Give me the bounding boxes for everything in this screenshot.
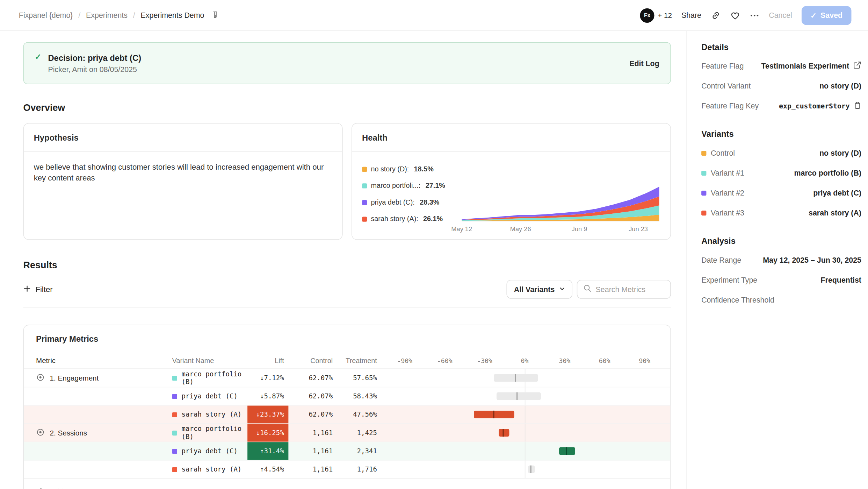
detail-row-feature-flag-key: Feature Flag Key exp_customerStory — [701, 96, 861, 116]
control-cell: 1,161 — [288, 466, 333, 473]
forest-cell — [385, 424, 671, 442]
decision-banner: ✓ Decision: priya debt (C) Picker, Amit … — [23, 42, 671, 84]
variant-name: sarah story (A) — [182, 466, 242, 473]
treatment-cell: 1,425 — [333, 429, 377, 437]
legend-item: sarah story (A): 26.1% — [362, 211, 457, 227]
primary-metrics-title: Primary Metrics — [24, 325, 670, 353]
lift-cell: ↓16.25% — [247, 424, 288, 442]
lift-cell: ↑4.54% — [247, 460, 288, 478]
main-content: ✓ Decision: priya debt (C) Picker, Amit … — [0, 31, 686, 489]
details-heading: Details — [701, 42, 861, 51]
forest-cell — [385, 369, 671, 387]
variant-swatch — [701, 150, 706, 155]
results-heading: Results — [23, 260, 671, 271]
add-filter-button[interactable]: Filter — [23, 284, 53, 294]
check-icon: ✓ — [35, 52, 42, 61]
plus-icon — [37, 487, 45, 489]
search-icon — [583, 284, 592, 295]
control-cell: 62.07% — [288, 392, 333, 400]
decision-subtitle: Picker, Amit on 08/05/2025 — [48, 65, 141, 73]
health-legend: no story (D): 18.5% marco portfoli...: 2… — [362, 158, 457, 236]
variant-cell: marco portfolio (B) — [172, 425, 247, 440]
heart-icon[interactable] — [730, 10, 740, 20]
variant-cell: priya debt (C) — [172, 447, 247, 455]
overview-heading: Overview — [23, 102, 671, 114]
table-row[interactable]: 2. Sessions marco portfolio (B) ↓16.25% … — [24, 424, 670, 442]
cancel-button[interactable]: Cancel — [769, 11, 792, 20]
variant-row: Variant #1 marco portfolio (B) — [701, 163, 861, 183]
chevron-down-icon — [559, 285, 565, 293]
edit-log-button[interactable]: Edit Log — [629, 59, 659, 68]
control-cell: 62.07% — [288, 374, 333, 382]
variant-name: priya debt (C) — [182, 392, 238, 400]
top-bar: Fixpanel {demo} / Experiments / Experime… — [0, 0, 868, 31]
target-icon — [36, 427, 45, 438]
copy-icon[interactable] — [854, 101, 861, 111]
analysis-heading: Analysis — [701, 236, 861, 246]
chart-x-axis: May 12May 26Jun 9Jun 23 — [462, 226, 659, 235]
health-title: Health — [352, 123, 671, 152]
forest-cell — [385, 406, 671, 424]
detail-row-control-variant: Control Variant no story (D) — [701, 76, 861, 96]
variant-swatch — [172, 430, 177, 435]
legend-item: priya debt (C): 28.3% — [362, 194, 457, 211]
external-link-icon[interactable] — [853, 61, 861, 71]
treatment-cell: 2,341 — [333, 447, 377, 455]
breadcrumb-separator: / — [78, 11, 80, 20]
metric-cell: 1. Engagement — [36, 373, 172, 383]
treatment-cell: 1,716 — [333, 466, 377, 473]
variant-cell: sarah story (A) — [172, 411, 247, 418]
variants-dropdown[interactable]: All Variants — [507, 280, 572, 299]
variant-row: Variant #2 priya debt (C) — [701, 183, 861, 203]
breadcrumb-project[interactable]: Fixpanel {demo} — [19, 11, 73, 20]
collaborators[interactable]: Fx + 12 — [640, 8, 672, 22]
share-button[interactable]: Share — [681, 11, 701, 20]
treatment-cell: 58.43% — [333, 392, 377, 400]
variant-name: sarah story (A) — [182, 411, 242, 418]
hypothesis-title: Hypothesis — [24, 123, 342, 152]
lift-cell: ↓23.37% — [247, 406, 288, 424]
analysis-row-confidence-threshold: Confidence Threshold — [701, 290, 861, 310]
legend-swatch — [362, 183, 367, 188]
search-metrics-box[interactable] — [577, 280, 671, 299]
health-chart: May 12May 26Jun 9Jun 23 — [457, 158, 662, 236]
breadcrumb-current[interactable]: Experiments Demo — [141, 11, 204, 20]
variant-row: Control no story (D) — [701, 143, 861, 163]
breadcrumb-experiments[interactable]: Experiments — [86, 11, 128, 20]
metric-label: 1. Engagement — [50, 374, 99, 382]
variant-swatch — [701, 190, 706, 195]
hypothesis-card: Hypothesis we believe that showing custo… — [23, 123, 343, 240]
table-row[interactable]: priya debt (C) ↑31.4% 1,161 2,341 — [24, 442, 670, 460]
analysis-row-date-range: Date Range May 12, 2025 – Jun 30, 2025 — [701, 250, 861, 270]
variant-swatch — [172, 412, 177, 417]
variant-name: priya debt (C) — [182, 447, 238, 455]
search-metrics-input[interactable] — [596, 285, 665, 293]
control-cell: 62.07% — [288, 411, 333, 418]
saved-button[interactable]: ✓ Saved — [802, 6, 852, 25]
experiments-page: Fixpanel {demo} / Experiments / Experime… — [0, 0, 868, 489]
variant-row: Variant #3 sarah story (A) — [701, 203, 861, 223]
plus-icon — [23, 284, 31, 294]
feature-flag-key: exp_customerStory — [779, 102, 850, 110]
table-row[interactable]: sarah story (A) ↑4.54% 1,161 1,716 — [24, 460, 670, 479]
table-row[interactable]: 1. Engagement marco portfolio (B) ↓7.12%… — [24, 369, 670, 387]
table-row[interactable]: sarah story (A) ↓23.37% 62.07% 47.56% — [24, 406, 670, 424]
variant-cell: priya debt (C) — [172, 392, 247, 400]
topbar-actions: Fx + 12 Share Cancel — [640, 6, 852, 25]
more-icon[interactable] — [750, 10, 760, 20]
link-icon[interactable] — [711, 10, 721, 20]
forest-cell — [385, 460, 671, 478]
avatar[interactable]: Fx — [640, 8, 654, 22]
variant-swatch — [701, 170, 706, 175]
divider — [23, 307, 671, 308]
table-row[interactable]: priya debt (C) ↓5.87% 62.07% 58.43% — [24, 387, 670, 405]
legend-item: no story (D): 18.5% — [362, 161, 457, 177]
feature-flag-link[interactable]: Testimonials Experiment — [761, 62, 849, 70]
variant-cell: sarah story (A) — [172, 466, 247, 473]
variant-cell: marco portfolio (B) — [172, 370, 247, 385]
test-tube-icon — [211, 11, 219, 20]
details-sidebar: Details Feature Flag Testimonials Experi… — [686, 31, 868, 489]
breadcrumb-separator: / — [133, 11, 135, 20]
check-icon: ✓ — [810, 11, 817, 20]
add-metric-button[interactable]: Add — [24, 479, 670, 489]
